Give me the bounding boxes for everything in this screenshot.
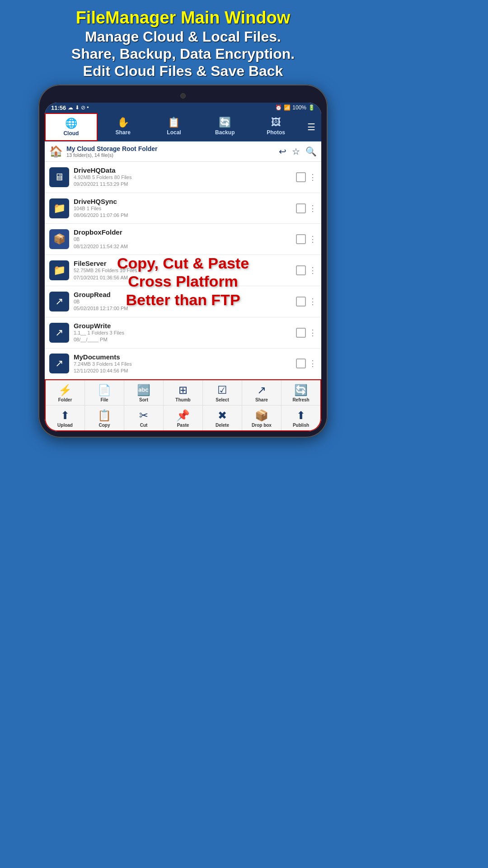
- file-actions: ⋮: [296, 328, 317, 338]
- share-button[interactable]: ↗ Share: [242, 380, 282, 405]
- status-icons: ☁ ⬇ ⊘ •: [68, 104, 89, 111]
- share-icon: ↗: [55, 296, 63, 307]
- publish-icon: ⬆: [296, 409, 305, 422]
- refresh-button[interactable]: 🔄 Refresh: [282, 380, 320, 405]
- list-item[interactable]: 📦 DropboxFolder 0B 08/12/2020 11:54:32 A…: [45, 224, 321, 255]
- home-icon: 🏠: [49, 145, 63, 158]
- file-info: GroupRead 0B 05/02/2018 12:17:00 PM: [74, 291, 291, 312]
- paste-button[interactable]: 📌 Paste: [164, 406, 203, 430]
- list-item[interactable]: 🖥 DriveHQData 4.92MB 5 Folders 80 Files …: [45, 162, 321, 193]
- select-icon: ☑: [217, 384, 227, 396]
- upload-button[interactable]: ⬆ Upload: [46, 406, 85, 430]
- header-section: FileManager Main Window Manage Cloud & L…: [0, 0, 366, 85]
- copy-icon: 📋: [98, 409, 111, 422]
- folder-header-actions: ↩ ☆ 🔍: [279, 146, 317, 157]
- cut-button[interactable]: ✂ Cut: [124, 406, 164, 430]
- file-info: DropboxFolder 0B 08/12/2020 11:54:32 AM: [74, 228, 291, 250]
- file-info: MyDocuments 7.24MB 3 Folders 14 Files 12…: [74, 353, 291, 375]
- desktop-icon: 🖥: [54, 171, 64, 183]
- file-button-label: File: [100, 397, 108, 402]
- file-name: GroupWrite: [74, 322, 291, 330]
- list-item[interactable]: ↗ GroupWrite 1.1__ 1 Folders 3 Files 08/…: [45, 317, 321, 349]
- tab-photos[interactable]: 🖼 Photos: [250, 113, 301, 141]
- share-toolbar-icon: ↗: [257, 384, 266, 396]
- file-checkbox[interactable]: [296, 203, 306, 213]
- dropbox-button[interactable]: 📦 Drop box: [242, 406, 282, 430]
- star-icon[interactable]: ☆: [292, 146, 300, 157]
- select-button-label: Select: [216, 397, 229, 402]
- alarm-icon: ⏰: [275, 104, 282, 111]
- upload-icon: ⬆: [61, 409, 70, 422]
- dropbox-icon: 📦: [255, 409, 268, 422]
- more-options-icon[interactable]: ⋮: [309, 203, 317, 213]
- file-icon-fileserver: 📁: [49, 260, 69, 280]
- share-button-label: Share: [255, 397, 268, 402]
- phone-frame: 11:56 ☁ ⬇ ⊘ • ⏰ 📶 100% 🔋 🌐 Cloud ✋ Share…: [38, 85, 328, 438]
- publish-button[interactable]: ⬆ Publish: [282, 406, 320, 430]
- file-checkbox[interactable]: [296, 234, 306, 244]
- file-info: FileServer 52.75MB 26 Folders 10 Files 0…: [74, 259, 291, 281]
- folder-create-icon: ⚡: [58, 384, 72, 396]
- photos-icon: 🖼: [271, 117, 281, 128]
- list-item[interactable]: ↗ GroupRead 0B 05/02/2018 12:17:00 PM ⋮: [45, 286, 321, 317]
- wifi-icon: 📶: [284, 104, 291, 111]
- select-button[interactable]: ☑ Select: [203, 380, 242, 405]
- tab-local-label: Local: [167, 129, 181, 136]
- tab-cloud[interactable]: 🌐 Cloud: [45, 113, 98, 141]
- sort-button-label: Sort: [139, 397, 148, 402]
- delete-icon: ✖: [218, 409, 227, 422]
- list-item[interactable]: 📁 FileServer 52.75MB 26 Folders 10 Files…: [45, 255, 321, 286]
- battery-text: 100%: [292, 104, 306, 111]
- file-icon-mydocuments: ↗: [49, 354, 69, 373]
- dropbox-button-label: Drop box: [252, 423, 272, 428]
- folder-count: 13 folder(s), 14 file(s): [66, 152, 275, 158]
- file-checkbox[interactable]: [296, 297, 306, 307]
- copy-button-label: Copy: [99, 423, 110, 428]
- cloud-icon: 🌐: [65, 118, 77, 129]
- more-options-icon[interactable]: ⋮: [309, 328, 317, 338]
- delete-button[interactable]: ✖ Delete: [203, 406, 242, 430]
- battery-icon: 🔋: [308, 104, 315, 111]
- search-icon[interactable]: 🔍: [305, 146, 317, 157]
- tab-share[interactable]: ✋ Share: [98, 113, 149, 141]
- file-icon-groupwrite: ↗: [49, 323, 69, 343]
- more-options-icon[interactable]: ⋮: [309, 359, 317, 368]
- file-checkbox[interactable]: [296, 265, 306, 275]
- file-meta: 104B 1 Files 08/06/2020 11:07:06 PM: [74, 205, 291, 219]
- thumb-icon: ⊞: [178, 384, 188, 396]
- file-name: DriveHQSync: [74, 198, 291, 205]
- phone-camera: [180, 93, 186, 99]
- phone-screen: 11:56 ☁ ⬇ ⊘ • ⏰ 📶 100% 🔋 🌐 Cloud ✋ Share…: [45, 103, 321, 431]
- back-icon[interactable]: ↩: [279, 146, 286, 157]
- tab-backup[interactable]: 🔄 Backup: [199, 113, 250, 141]
- file-checkbox[interactable]: [296, 359, 306, 368]
- folder-icon: 📁: [53, 264, 66, 276]
- folder-button[interactable]: ⚡ Folder: [46, 380, 85, 405]
- more-options-icon[interactable]: ⋮: [309, 265, 317, 275]
- toolbar-row-2: ⬆ Upload 📋 Copy ✂ Cut 📌 Paste ✖ Dele: [46, 406, 320, 430]
- folder-name: My Cloud Storage Root Folder: [66, 145, 275, 152]
- tab-local[interactable]: 📋 Local: [149, 113, 200, 141]
- more-options-icon[interactable]: ⋮: [309, 172, 317, 182]
- tab-backup-label: Backup: [215, 129, 235, 136]
- sort-button[interactable]: 🔤 Sort: [124, 380, 164, 405]
- file-checkbox[interactable]: [296, 328, 306, 338]
- file-actions: ⋮: [296, 359, 317, 368]
- file-checkbox[interactable]: [296, 172, 306, 182]
- file-name: MyDocuments: [74, 353, 291, 361]
- more-options-icon[interactable]: ⋮: [309, 234, 317, 244]
- backup-icon: 🔄: [219, 117, 231, 128]
- file-button[interactable]: 📄 File: [85, 380, 124, 405]
- more-options-icon[interactable]: ⋮: [309, 297, 317, 307]
- list-item[interactable]: ↗ MyDocuments 7.24MB 3 Folders 14 Files …: [45, 349, 321, 380]
- share-tab-icon: ✋: [117, 117, 129, 128]
- file-actions: ⋮: [296, 234, 317, 244]
- file-list: 🖥 DriveHQData 4.92MB 5 Folders 80 Files …: [45, 162, 321, 379]
- copy-button[interactable]: 📋 Copy: [85, 406, 124, 430]
- list-item[interactable]: 📁 DriveHQSync 104B 1 Files 08/06/2020 11…: [45, 193, 321, 224]
- menu-button[interactable]: ☰: [301, 113, 321, 141]
- file-meta: 4.92MB 5 Folders 80 Files 09/20/2021 11:…: [74, 174, 291, 188]
- file-actions: ⋮: [296, 265, 317, 275]
- share-icon: ↗: [55, 358, 63, 369]
- thumb-button[interactable]: ⊞ Thumb: [164, 380, 203, 405]
